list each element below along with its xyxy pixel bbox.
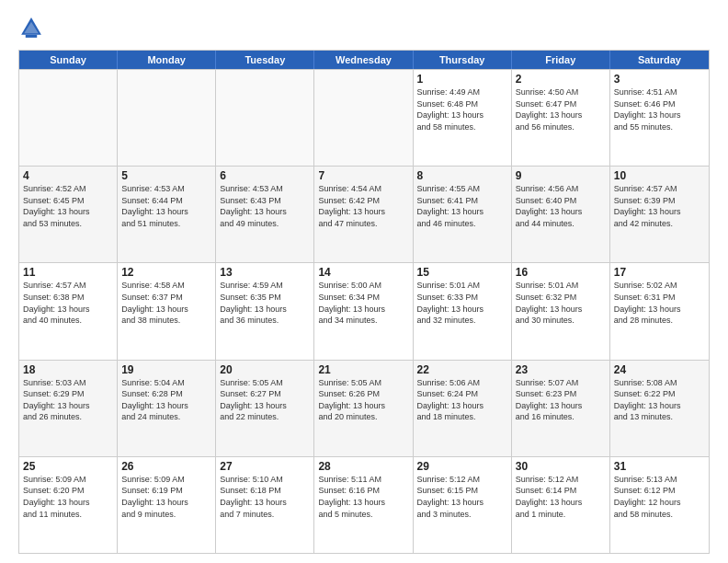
day-detail: Sunrise: 4:57 AM Sunset: 6:39 PM Dayligh… [614,183,705,229]
calendar-cell: 24Sunrise: 5:08 AM Sunset: 6:22 PM Dayli… [610,361,709,456]
day-number: 25 [23,460,113,473]
calendar-cell: 29Sunrise: 5:12 AM Sunset: 6:15 PM Dayli… [414,457,512,553]
day-number: 12 [121,266,211,279]
day-detail: Sunrise: 4:53 AM Sunset: 6:43 PM Dayligh… [220,183,310,229]
header-day-sunday: Sunday [19,51,118,69]
calendar-cell: 14Sunrise: 5:00 AM Sunset: 6:34 PM Dayli… [314,263,413,359]
calendar-cell: 25Sunrise: 5:09 AM Sunset: 6:20 PM Dayli… [19,457,118,553]
calendar-cell: 22Sunrise: 5:06 AM Sunset: 6:24 PM Dayli… [414,361,512,456]
day-number: 30 [516,460,606,473]
calendar: SundayMondayTuesdayWednesdayThursdayFrid… [18,50,710,554]
header-day-saturday: Saturday [610,51,709,69]
calendar-cell: 10Sunrise: 4:57 AM Sunset: 6:39 PM Dayli… [610,167,709,262]
day-number: 15 [417,266,507,279]
day-detail: Sunrise: 4:51 AM Sunset: 6:46 PM Dayligh… [614,86,705,132]
day-number: 6 [220,169,310,182]
day-number: 8 [417,169,507,182]
day-number: 10 [614,169,705,182]
calendar-row: 1Sunrise: 4:49 AM Sunset: 6:48 PM Daylig… [19,69,709,166]
day-detail: Sunrise: 4:56 AM Sunset: 6:40 PM Dayligh… [516,183,606,229]
day-number: 31 [614,460,705,473]
day-detail: Sunrise: 4:59 AM Sunset: 6:35 PM Dayligh… [220,280,310,326]
calendar-cell [118,70,216,166]
day-detail: Sunrise: 5:01 AM Sunset: 6:32 PM Dayligh… [516,280,606,326]
day-detail: Sunrise: 5:09 AM Sunset: 6:20 PM Dayligh… [23,474,113,520]
page: SundayMondayTuesdayWednesdayThursdayFrid… [0,0,728,563]
day-detail: Sunrise: 5:13 AM Sunset: 6:12 PM Dayligh… [614,474,705,520]
day-number: 27 [220,460,310,473]
calendar-cell: 23Sunrise: 5:07 AM Sunset: 6:23 PM Dayli… [512,361,610,456]
calendar-cell: 8Sunrise: 4:55 AM Sunset: 6:41 PM Daylig… [414,167,512,262]
calendar-cell: 21Sunrise: 5:05 AM Sunset: 6:26 PM Dayli… [314,361,413,456]
day-number: 14 [318,266,408,279]
calendar-cell: 15Sunrise: 5:01 AM Sunset: 6:33 PM Dayli… [414,263,512,359]
day-detail: Sunrise: 5:11 AM Sunset: 6:16 PM Dayligh… [318,474,408,520]
calendar-cell: 28Sunrise: 5:11 AM Sunset: 6:16 PM Dayli… [314,457,413,553]
day-number: 23 [516,363,606,376]
calendar-cell: 9Sunrise: 4:56 AM Sunset: 6:40 PM Daylig… [512,167,610,262]
calendar-cell: 18Sunrise: 5:03 AM Sunset: 6:29 PM Dayli… [19,361,118,456]
calendar-cell: 2Sunrise: 4:50 AM Sunset: 6:47 PM Daylig… [512,70,610,166]
day-detail: Sunrise: 5:02 AM Sunset: 6:31 PM Dayligh… [614,280,705,326]
svg-rect-2 [26,35,37,38]
day-detail: Sunrise: 5:01 AM Sunset: 6:33 PM Dayligh… [417,280,507,326]
day-detail: Sunrise: 5:08 AM Sunset: 6:22 PM Dayligh… [614,377,705,423]
header-day-friday: Friday [512,51,610,69]
day-detail: Sunrise: 5:06 AM Sunset: 6:24 PM Dayligh… [417,377,507,423]
calendar-cell: 19Sunrise: 5:04 AM Sunset: 6:28 PM Dayli… [118,361,216,456]
day-detail: Sunrise: 4:57 AM Sunset: 6:38 PM Dayligh… [23,280,113,326]
day-detail: Sunrise: 5:04 AM Sunset: 6:28 PM Dayligh… [121,377,211,423]
header [18,15,710,40]
day-number: 5 [121,169,211,182]
calendar-cell [216,70,314,166]
day-number: 4 [23,169,113,182]
day-number: 3 [614,73,705,86]
calendar-cell: 3Sunrise: 4:51 AM Sunset: 6:46 PM Daylig… [610,70,709,166]
day-detail: Sunrise: 5:12 AM Sunset: 6:15 PM Dayligh… [417,474,507,520]
calendar-cell: 4Sunrise: 4:52 AM Sunset: 6:45 PM Daylig… [19,167,118,262]
logo [18,15,48,40]
day-number: 9 [516,169,606,182]
day-detail: Sunrise: 4:53 AM Sunset: 6:44 PM Dayligh… [121,183,211,229]
day-detail: Sunrise: 4:50 AM Sunset: 6:47 PM Dayligh… [516,86,606,132]
day-number: 11 [23,266,113,279]
day-detail: Sunrise: 5:03 AM Sunset: 6:29 PM Dayligh… [23,377,113,423]
calendar-row: 11Sunrise: 4:57 AM Sunset: 6:38 PM Dayli… [19,262,709,359]
calendar-cell [314,70,413,166]
day-number: 16 [516,266,606,279]
calendar-cell: 17Sunrise: 5:02 AM Sunset: 6:31 PM Dayli… [610,263,709,359]
calendar-cell [19,70,118,166]
calendar-cell: 13Sunrise: 4:59 AM Sunset: 6:35 PM Dayli… [216,263,314,359]
day-detail: Sunrise: 5:05 AM Sunset: 6:27 PM Dayligh… [220,377,310,423]
calendar-cell: 7Sunrise: 4:54 AM Sunset: 6:42 PM Daylig… [314,167,413,262]
calendar-row: 25Sunrise: 5:09 AM Sunset: 6:20 PM Dayli… [19,456,709,553]
header-day-monday: Monday [118,51,216,69]
calendar-cell: 5Sunrise: 4:53 AM Sunset: 6:44 PM Daylig… [118,167,216,262]
calendar-cell: 11Sunrise: 4:57 AM Sunset: 6:38 PM Dayli… [19,263,118,359]
day-detail: Sunrise: 4:55 AM Sunset: 6:41 PM Dayligh… [417,183,507,229]
header-day-tuesday: Tuesday [216,51,314,69]
day-detail: Sunrise: 4:49 AM Sunset: 6:48 PM Dayligh… [417,86,507,132]
day-detail: Sunrise: 5:05 AM Sunset: 6:26 PM Dayligh… [318,377,408,423]
calendar-cell: 12Sunrise: 4:58 AM Sunset: 6:37 PM Dayli… [118,263,216,359]
calendar-row: 4Sunrise: 4:52 AM Sunset: 6:45 PM Daylig… [19,166,709,262]
calendar-cell: 26Sunrise: 5:09 AM Sunset: 6:19 PM Dayli… [118,457,216,553]
calendar-header: SundayMondayTuesdayWednesdayThursdayFrid… [19,51,709,69]
day-number: 20 [220,363,310,376]
day-number: 21 [318,363,408,376]
day-detail: Sunrise: 5:12 AM Sunset: 6:14 PM Dayligh… [516,474,606,520]
day-detail: Sunrise: 5:09 AM Sunset: 6:19 PM Dayligh… [121,474,211,520]
day-number: 28 [318,460,408,473]
day-detail: Sunrise: 4:52 AM Sunset: 6:45 PM Dayligh… [23,183,113,229]
calendar-cell: 31Sunrise: 5:13 AM Sunset: 6:12 PM Dayli… [610,457,709,553]
header-day-wednesday: Wednesday [314,51,413,69]
day-detail: Sunrise: 5:10 AM Sunset: 6:18 PM Dayligh… [220,474,310,520]
day-detail: Sunrise: 4:58 AM Sunset: 6:37 PM Dayligh… [121,280,211,326]
calendar-body: 1Sunrise: 4:49 AM Sunset: 6:48 PM Daylig… [19,69,709,553]
calendar-row: 18Sunrise: 5:03 AM Sunset: 6:29 PM Dayli… [19,360,709,456]
calendar-cell: 6Sunrise: 4:53 AM Sunset: 6:43 PM Daylig… [216,167,314,262]
day-number: 7 [318,169,408,182]
day-number: 2 [516,73,606,86]
calendar-cell: 30Sunrise: 5:12 AM Sunset: 6:14 PM Dayli… [512,457,610,553]
day-number: 18 [23,363,113,376]
